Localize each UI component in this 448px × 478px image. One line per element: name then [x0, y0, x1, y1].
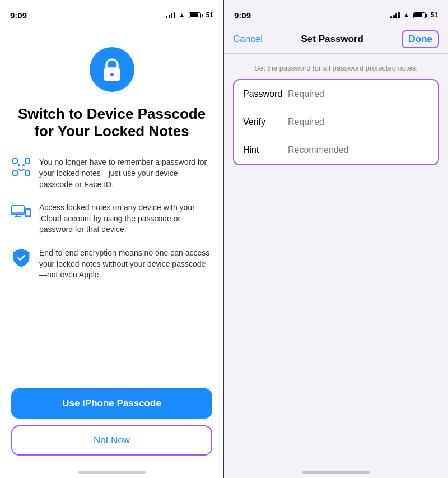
feature-text-faceid: You no longer have to remember a passwor…: [39, 157, 212, 190]
battery-level: 51: [206, 11, 213, 19]
features-list: You no longer have to remember a passwor…: [0, 157, 223, 280]
face-id-icon: [11, 157, 31, 177]
nav-bar: Cancel Set Password Done: [224, 25, 448, 54]
svg-rect-5: [25, 171, 30, 175]
left-status-bar: 9:09 ▲ 51: [0, 0, 223, 25]
right-status-bar: 9:09 ▲ 51: [224, 0, 448, 25]
right-home-indicator: [302, 471, 370, 474]
done-button[interactable]: Done: [402, 30, 439, 48]
right-wifi-icon: ▲: [403, 11, 410, 19]
use-iphone-passcode-button[interactable]: Use iPhone Passcode: [11, 388, 212, 419]
feature-item-shield: End-to-end encryption means no one can a…: [11, 248, 212, 281]
shield-icon: [11, 248, 31, 268]
svg-rect-10: [25, 209, 31, 217]
hint-label: Hint: [243, 145, 288, 155]
feature-text-shield: End-to-end encryption means no one can a…: [39, 248, 212, 281]
form-description: Set the password for all password protec…: [235, 64, 437, 72]
left-panel: 9:09 ▲ 51 Switch to Device Passcode for: [0, 0, 224, 478]
right-signal-icon: [390, 12, 400, 18]
password-row: Password: [234, 80, 438, 108]
right-panel: 9:09 ▲ 51 Cancel Set Password Done Set t…: [224, 0, 448, 478]
left-status-time: 9:09: [10, 11, 27, 20]
nav-title: Set Password: [301, 34, 363, 45]
svg-rect-4: [13, 171, 17, 175]
svg-point-7: [22, 164, 25, 166]
password-form: Password Verify Hint: [233, 79, 439, 165]
svg-rect-3: [25, 159, 30, 163]
svg-rect-2: [13, 159, 17, 163]
signal-icon: [166, 12, 175, 18]
verify-row: Verify: [234, 108, 438, 136]
feature-item-faceid: You no longer have to remember a passwor…: [11, 157, 212, 190]
wifi-icon: ▲: [179, 11, 185, 19]
lock-icon: [101, 57, 123, 82]
svg-point-1: [110, 73, 114, 76]
hint-row: Hint: [234, 136, 438, 164]
feature-text-devices: Access locked notes on any device with y…: [39, 202, 212, 235]
password-input[interactable]: [288, 89, 429, 99]
lock-icon-circle: [90, 47, 134, 92]
hint-input[interactable]: [288, 145, 429, 155]
right-battery-icon: [413, 12, 427, 18]
svg-point-6: [18, 164, 20, 166]
bottom-buttons: Use iPhone Passcode Not Now: [11, 388, 212, 456]
battery-icon: [189, 12, 203, 18]
right-status-icons: ▲ 51: [390, 11, 438, 19]
verify-label: Verify: [243, 117, 288, 127]
left-home-indicator: [78, 471, 146, 474]
not-now-button[interactable]: Not Now: [11, 425, 212, 456]
right-battery-level: 51: [431, 11, 438, 19]
password-label: Password: [243, 89, 288, 99]
devices-icon: [11, 202, 31, 222]
cancel-button[interactable]: Cancel: [233, 34, 263, 45]
main-title: Switch to Device Passcode for Your Locke…: [17, 105, 207, 140]
right-status-time: 9:09: [234, 11, 251, 20]
verify-input[interactable]: [288, 117, 429, 127]
left-status-icons: ▲ 51: [166, 11, 213, 19]
feature-item-devices: Access locked notes on any device with y…: [11, 202, 212, 235]
